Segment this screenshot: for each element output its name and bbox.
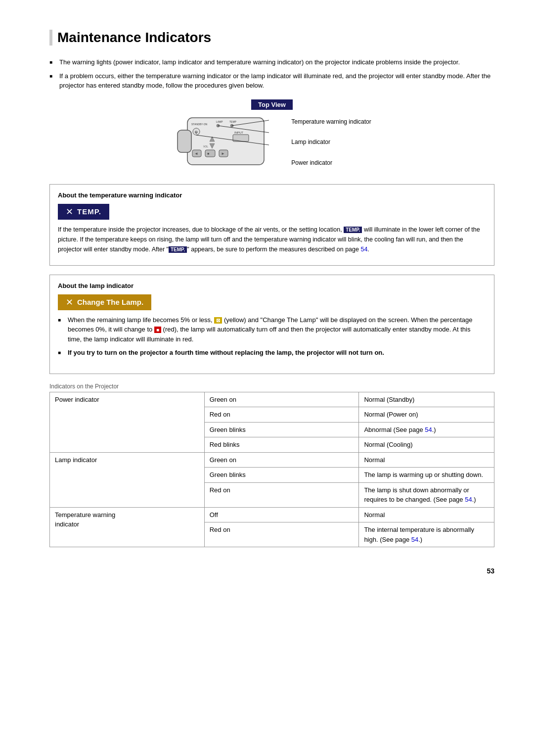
temp-page-link[interactable]: 54 [360, 246, 367, 253]
table-cell-green-on: Green on [204, 392, 359, 407]
table-cell-lamp-normal: Normal [359, 452, 494, 468]
table-cell-temp-off: Off [204, 507, 359, 522]
table-section-title: Indicators on the Projector [49, 383, 494, 390]
svg-text:◄: ◄ [194, 151, 198, 156]
table-cell-power-indicator: Power indicator [50, 392, 205, 452]
temp-section-text: If the temperature inside the projector … [58, 225, 486, 254]
svg-text:LAMP: LAMP [216, 120, 223, 123]
temp-section-title: About the temperature warning indicator [58, 191, 486, 199]
lamp-section-title: About the lamp indicator [58, 282, 486, 289]
intro-bullet-2: If a problem occurs, either the temperat… [49, 71, 494, 91]
table-cell-lamp-indicator: Lamp indicator [50, 452, 205, 507]
page-number: 53 [49, 567, 494, 575]
svg-text:⏻: ⏻ [195, 131, 198, 134]
svg-text:►: ► [221, 151, 225, 156]
projector-diagram-svg: STANDBY·ON ⏻ LAMP TEMP INPUT ◄ ■ [173, 113, 281, 172]
temp-inline-badge-2: TEMP. [169, 246, 187, 253]
temp-table-page-link[interactable]: 54 [411, 536, 418, 543]
svg-text:■: ■ [207, 152, 209, 155]
abnormal-page-link[interactable]: 54 [425, 426, 432, 433]
table-cell-lamp-warming: The lamp is warming up or shutting down. [359, 468, 494, 483]
lamp-bullet-1: When the remaining lamp life becomes 5% … [58, 315, 486, 344]
temp-inline-badge: TEMP. [344, 227, 362, 233]
table-cell-temp-red-on: Red on [204, 522, 359, 547]
table-cell-lamp-red-on: Red on [204, 482, 359, 507]
top-view-label: Top View [251, 99, 293, 110]
lamp-icon: ✕ [66, 297, 73, 308]
table-cell-red-on: Red on [204, 407, 359, 423]
table-row: Temperature warningindicator Off Normal [50, 507, 494, 522]
power-indicator-text: Power indicator [291, 159, 332, 167]
temp-badge-text: TEMP. [77, 207, 101, 216]
lamp-indicator-text: Lamp indicator [291, 138, 330, 146]
temp-warning-label: Temperature warning indicator [291, 118, 371, 126]
svg-text:INPUT: INPUT [234, 131, 243, 134]
yellow-icon-badge: ⊠ [214, 317, 222, 324]
diagram-area: STANDBY·ON ⏻ LAMP TEMP INPUT ◄ ■ [173, 113, 371, 172]
svg-text:VOL: VOL [203, 145, 208, 148]
lamp-bullet-2: If you try to turn on the projector a fo… [58, 348, 486, 358]
diagram-container: Top View STANDBY·ON ⏻ LAMP TEMP [49, 99, 494, 172]
temp-warning-section: About the temperature warning indicator … [49, 184, 494, 266]
table-cell-normal-cooling: Normal (Cooling) [359, 437, 494, 453]
temp-badge: ✕ TEMP. [58, 204, 109, 220]
lamp-bullets: When the remaining lamp life becomes 5% … [58, 315, 486, 358]
table-cell-lamp-green-blinks: Green blinks [204, 468, 359, 483]
power-indicator-label: Power indicator [291, 159, 371, 167]
lamp-badge-text: Change The Lamp. [77, 298, 143, 306]
intro-bullets: The warning lights (power indicator, lam… [49, 57, 494, 91]
page-title: Maintenance Indicators [49, 30, 494, 46]
table-cell-green-blinks: Green blinks [204, 422, 359, 437]
lamp-indicator-section: About the lamp indicator ✕ Change The La… [49, 275, 494, 374]
lamp-indicator-label: Lamp indicator [291, 138, 371, 146]
table-cell-red-blinks: Red blinks [204, 437, 359, 453]
table-cell-temp-normal: Normal [359, 507, 494, 522]
table-row: Lamp indicator Green on Normal [50, 452, 494, 468]
svg-text:TEMP: TEMP [229, 120, 237, 123]
table-row: Power indicator Green on Normal (Standby… [50, 392, 494, 407]
table-cell-temp-high: The internal temperature is abnormally h… [359, 522, 494, 547]
diagram-labels: Temperature warning indicator Lamp indic… [281, 113, 371, 167]
indicators-table: Power indicator Green on Normal (Standby… [49, 392, 494, 548]
table-cell-normal-standby: Normal (Standby) [359, 392, 494, 407]
temp-warning-text: Temperature warning indicator [291, 118, 371, 126]
lamp-bullet-1-text: When the remaining lamp life becomes 5% … [68, 316, 213, 324]
red-icon-badge: ■ [154, 327, 161, 333]
temp-icon: ✕ [66, 206, 73, 217]
lamp-badge: ✕ Change The Lamp. [58, 294, 151, 310]
intro-bullet-1: The warning lights (power indicator, lam… [49, 57, 494, 67]
table-cell-lamp-shutdown: The lamp is shut down abnormally or requ… [359, 482, 494, 507]
svg-rect-13 [205, 150, 215, 157]
table-cell-abnormal: Abnormal (See page 54.) [359, 422, 494, 437]
top-view-box: Top View STANDBY·ON ⏻ LAMP TEMP [173, 99, 371, 172]
table-cell-normal-power-on: Normal (Power on) [359, 407, 494, 423]
table-cell-lamp-green-on: Green on [204, 452, 359, 468]
lamp-page-link[interactable]: 54 [465, 496, 472, 503]
svg-rect-1 [178, 130, 191, 152]
table-cell-temp-indicator: Temperature warningindicator [50, 507, 205, 547]
svg-text:STANDBY·ON: STANDBY·ON [191, 123, 208, 126]
